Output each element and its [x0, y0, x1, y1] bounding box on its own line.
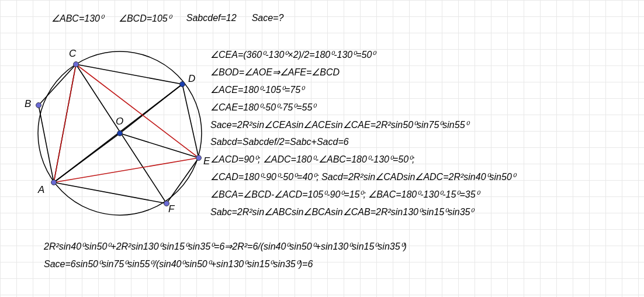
given-find: Sace=?	[252, 13, 284, 24]
svg-line-13	[54, 158, 199, 182]
svg-line-11	[120, 133, 199, 158]
svg-line-1	[39, 105, 54, 182]
svg-point-17	[36, 103, 41, 108]
step-6: Sabcd=Sabcdef/2=Sabc+Sacd=6	[210, 137, 631, 147]
svg-line-10	[120, 84, 182, 133]
svg-line-9	[54, 133, 120, 182]
svg-line-6	[54, 182, 167, 203]
label-F: F	[168, 203, 174, 215]
label-E: E	[203, 156, 210, 167]
bottom-1: 2R²sin40⁰sin50⁰+2R²sin130⁰sin15⁰sin35⁰=6…	[44, 241, 407, 252]
svg-line-2	[39, 64, 76, 105]
given-sabcdef: Sabcdef=12	[186, 13, 237, 24]
step-3: ∠ACE=180⁰-105⁰=75⁰	[210, 84, 631, 95]
label-D: D	[188, 73, 195, 85]
svg-point-16	[51, 180, 57, 185]
given-bcd: ∠BCD=105⁰	[119, 13, 171, 24]
step-9: ∠BCA=∠BCD-∠ACD=105⁰-90⁰=15⁰; ∠BAC=180⁰-1…	[210, 189, 631, 200]
svg-line-5	[167, 158, 199, 203]
svg-line-15	[54, 64, 76, 182]
label-A: A	[38, 184, 44, 196]
step-7: ∠ACD=90⁰; ∠ADC=180⁰-∠ABC=180⁰-130⁰=50⁰;	[210, 154, 631, 165]
step-2: ∠BOD=∠AOE⇒∠AFE=∠BCD	[210, 67, 631, 78]
svg-point-18	[74, 62, 79, 67]
bottom-conclusion: 2R²sin40⁰sin50⁰+2R²sin130⁰sin15⁰sin35⁰=6…	[44, 241, 407, 270]
label-B: B	[25, 98, 31, 110]
geometry-figure: A B C D E F O	[18, 41, 210, 240]
svg-line-3	[76, 64, 182, 84]
svg-point-20	[196, 156, 202, 161]
step-4: ∠CAE=180⁰-50⁰-75⁰=55⁰	[210, 102, 631, 113]
step-5: Sace=2R²sin∠CEAsin∠ACEsin∠CAE=2R²sin50⁰s…	[210, 119, 631, 130]
step-10: Sabc=2R²sin∠ABCsin∠BCAsin∠CAB=2R²sin130⁰…	[210, 206, 631, 217]
label-C: C	[69, 48, 76, 60]
label-O: O	[116, 116, 123, 127]
figure-svg	[18, 41, 210, 240]
step-8: ∠CAD=180⁰-90⁰-50⁰=40⁰; Sacd=2R²sin∠CADsi…	[210, 171, 631, 182]
bottom-2: Sace=6sin50⁰sin75⁰sin55⁰/(sin40⁰sin50⁰+s…	[44, 258, 407, 270]
svg-point-22	[117, 131, 123, 136]
given-row: ∠ABC=130⁰ ∠BCD=105⁰ Sabcdef=12 Sace=?	[51, 13, 283, 24]
svg-point-19	[180, 82, 185, 87]
given-abc: ∠ABC=130⁰	[51, 13, 103, 24]
step-1: ∠CEA=(360⁰-130⁰×2)/2=180⁰-130⁰=50⁰	[210, 49, 631, 60]
solution-steps: ∠CEA=(360⁰-130⁰×2)/2=180⁰-130⁰=50⁰ ∠BOD=…	[210, 49, 631, 217]
